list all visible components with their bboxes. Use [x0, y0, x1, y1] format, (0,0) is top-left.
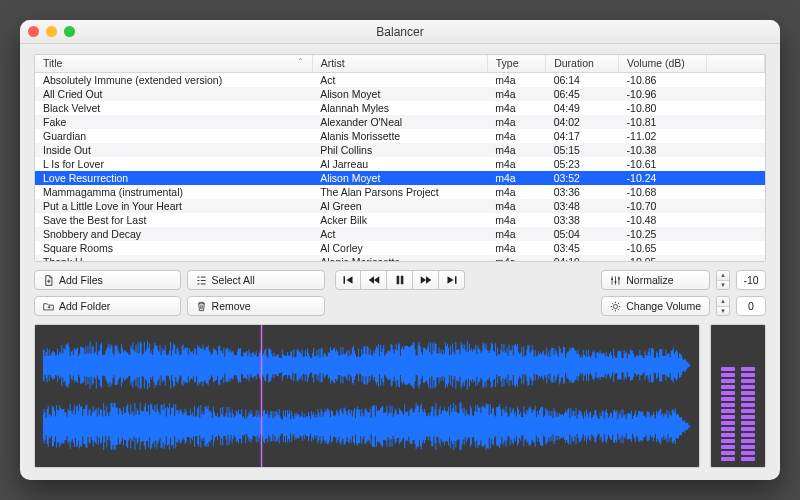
cell-artist: Alanis Morissette — [312, 255, 487, 263]
cell-type: m4a — [487, 115, 545, 129]
table-row[interactable]: Put a Little Love in Your HeartAl Greenm… — [35, 199, 765, 213]
col-title[interactable]: Title⌃ — [35, 55, 312, 72]
meter-bar-left — [721, 360, 735, 461]
table-row[interactable]: Absolutely Immune (extended version)Actm… — [35, 72, 765, 87]
change-volume-stepper[interactable]: ▲▼ — [716, 296, 730, 316]
cell-artist: Acker Bilk — [312, 213, 487, 227]
sort-asc-icon: ⌃ — [297, 57, 304, 66]
playhead[interactable] — [261, 325, 262, 467]
change-volume-button[interactable]: Change Volume — [601, 296, 710, 316]
add-files-button[interactable]: Add Files — [34, 270, 181, 290]
cell-title: Fake — [35, 115, 312, 129]
cell-artist: Act — [312, 72, 487, 87]
cell-artist: Al Jarreau — [312, 157, 487, 171]
cell-volume: -11.02 — [619, 129, 707, 143]
label: Remove — [212, 300, 251, 312]
cell-duration: 04:49 — [546, 101, 619, 115]
table-row[interactable]: L Is for LoverAl Jarreaum4a05:23-10.61 — [35, 157, 765, 171]
cell-volume: -10.24 — [619, 171, 707, 185]
cell-type: m4a — [487, 101, 545, 115]
cell-volume: -10.25 — [619, 227, 707, 241]
col-duration[interactable]: Duration — [546, 55, 619, 72]
lower-panel — [34, 324, 766, 468]
cell-title: Black Velvet — [35, 101, 312, 115]
normalize-button[interactable]: Normalize — [601, 270, 710, 290]
col-blank — [706, 55, 764, 72]
cell-type: m4a — [487, 185, 545, 199]
cell-artist: Al Corley — [312, 241, 487, 255]
table-header-row[interactable]: Title⌃ Artist Type Duration Volume (dB) — [35, 55, 765, 72]
cell-artist: Alison Moyet — [312, 171, 487, 185]
pause-button[interactable] — [387, 270, 413, 290]
cell-type: m4a — [487, 143, 545, 157]
window-title: Balancer — [20, 25, 780, 39]
table-row[interactable]: Mammagamma (instrumental)The Alan Parson… — [35, 185, 765, 199]
cell-volume: -10.86 — [619, 72, 707, 87]
list-icon — [196, 275, 207, 286]
table-row[interactable]: Black VelvetAlannah Mylesm4a04:49-10.80 — [35, 101, 765, 115]
cell-artist: Alexander O'Neal — [312, 115, 487, 129]
content: Title⌃ Artist Type Duration Volume (dB) … — [20, 44, 780, 480]
toolbar: Add Files Select All Add Folder Remove — [34, 270, 766, 316]
col-type[interactable]: Type — [487, 55, 545, 72]
cell-title: Guardian — [35, 129, 312, 143]
table-row[interactable]: GuardianAlanis Morissettem4a04:17-11.02 — [35, 129, 765, 143]
table-row[interactable]: Save the Best for LastAcker Bilkm4a03:38… — [35, 213, 765, 227]
normalize-value[interactable]: -10 — [736, 270, 766, 290]
cell-artist: The Alan Parsons Project — [312, 185, 487, 199]
waveform-view[interactable] — [34, 324, 700, 468]
cell-volume: -10.38 — [619, 143, 707, 157]
normalize-stepper[interactable]: ▲▼ — [716, 270, 730, 290]
label: Add Folder — [59, 300, 110, 312]
cell-duration: 04:02 — [546, 115, 619, 129]
cell-duration: 03:45 — [546, 241, 619, 255]
select-all-button[interactable]: Select All — [187, 270, 325, 290]
skip-forward-button[interactable] — [439, 270, 465, 290]
cell-volume: -10.65 — [619, 241, 707, 255]
cell-volume: -10.80 — [619, 101, 707, 115]
chevron-up-icon[interactable]: ▲ — [717, 271, 729, 281]
skip-back-button[interactable] — [335, 270, 361, 290]
minimize-icon[interactable] — [46, 26, 57, 37]
brightness-icon — [610, 301, 621, 312]
cell-artist: Phil Collins — [312, 143, 487, 157]
chevron-down-icon[interactable]: ▼ — [717, 281, 729, 290]
chevron-up-icon[interactable]: ▲ — [717, 297, 729, 307]
label: Add Files — [59, 274, 103, 286]
titlebar[interactable]: Balancer — [20, 20, 780, 44]
table-row[interactable]: Square RoomsAl Corleym4a03:45-10.65 — [35, 241, 765, 255]
table-row[interactable]: All Cried OutAlison Moyetm4a06:45-10.96 — [35, 87, 765, 101]
col-volume[interactable]: Volume (dB) — [619, 55, 707, 72]
cell-type: m4a — [487, 255, 545, 263]
col-artist[interactable]: Artist — [312, 55, 487, 72]
svg-point-0 — [611, 278, 613, 280]
table-row[interactable]: Love ResurrectionAlison Moyetm4a03:52-10… — [35, 171, 765, 185]
cell-duration: 03:52 — [546, 171, 619, 185]
close-icon[interactable] — [28, 26, 39, 37]
cell-title: Absolutely Immune (extended version) — [35, 72, 312, 87]
table-row[interactable]: Thank UAlanis Morissettem4a04:19-10.95 — [35, 255, 765, 263]
table-row[interactable]: Inside OutPhil Collinsm4a05:15-10.38 — [35, 143, 765, 157]
label: Normalize — [626, 274, 673, 286]
zoom-icon[interactable] — [64, 26, 75, 37]
cell-duration: 06:45 — [546, 87, 619, 101]
sliders-icon — [610, 275, 621, 286]
rewind-button[interactable] — [361, 270, 387, 290]
fast-forward-button[interactable] — [413, 270, 439, 290]
cell-volume: -10.95 — [619, 255, 707, 263]
cell-title: Put a Little Love in Your Heart — [35, 199, 312, 213]
change-volume-value[interactable]: 0 — [736, 296, 766, 316]
track-table[interactable]: Title⌃ Artist Type Duration Volume (dB) … — [34, 54, 766, 262]
remove-button[interactable]: Remove — [187, 296, 325, 316]
cell-type: m4a — [487, 213, 545, 227]
table-row[interactable]: FakeAlexander O'Nealm4a04:02-10.81 — [35, 115, 765, 129]
cell-title: Snobbery and Decay — [35, 227, 312, 241]
cell-volume: -10.48 — [619, 213, 707, 227]
transport-controls — [335, 270, 465, 290]
cell-duration: 04:19 — [546, 255, 619, 263]
chevron-down-icon[interactable]: ▼ — [717, 307, 729, 316]
add-folder-button[interactable]: Add Folder — [34, 296, 181, 316]
file-plus-icon — [43, 275, 54, 286]
cell-duration: 03:36 — [546, 185, 619, 199]
table-row[interactable]: Snobbery and DecayActm4a05:04-10.25 — [35, 227, 765, 241]
